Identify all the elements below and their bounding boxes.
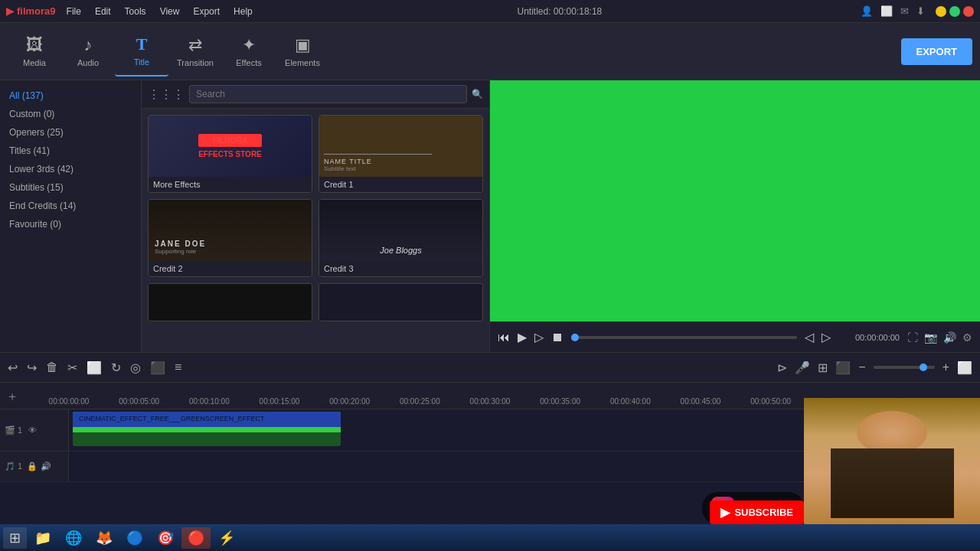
video-track-controls: 🎬 1 👁 (0, 409, 69, 451)
export-button[interactable]: EXPORT (901, 38, 972, 65)
subscribe-button[interactable]: ▶ SUBSCRIBE (710, 500, 804, 524)
zoom-dot (920, 364, 927, 371)
webcam-overlay (804, 398, 980, 524)
taskbar-ie[interactable]: 🌐 (59, 527, 88, 549)
taskbar-app2[interactable]: ⚡ (212, 527, 241, 549)
zoom-in-button[interactable]: + (942, 360, 949, 374)
zoom-slider[interactable] (874, 366, 935, 369)
left-panel-item[interactable]: Lower 3rds (42) (0, 160, 141, 178)
taskbar-firefox[interactable]: 🦊 (90, 527, 119, 549)
menu-item-tools[interactable]: Tools (119, 5, 152, 18)
taskbar-file-manager[interactable]: 📁 (28, 527, 57, 549)
media-tool[interactable]: 🖼 Media (8, 27, 61, 77)
elements-tool[interactable]: ▣ Elements (276, 27, 329, 77)
left-panel-item[interactable]: Subtitles (15) (0, 178, 141, 197)
step-back-button[interactable]: ⏮ (498, 331, 510, 344)
time-marker: 00:00:50:00 (750, 397, 791, 406)
eye-icon[interactable]: 👁 (28, 425, 37, 435)
left-panel-item[interactable]: Custom (0) (0, 105, 141, 123)
preview-extra-controls: ⛶ 📷 🔊 ⚙ (907, 331, 972, 344)
left-panel-item[interactable]: Titles (41) (0, 142, 141, 160)
time-marker: 00:00:15:00 (260, 397, 300, 406)
capture-button[interactable]: ⬛ (150, 360, 165, 375)
credit1-thumbnail[interactable]: NAME TITLE Subtitle text Credit 1 (318, 115, 483, 193)
credit3-thumbnail[interactable]: Joe Bloggs Credit 3 (318, 199, 483, 277)
grid-view-icon[interactable]: ⋮⋮⋮ (148, 87, 185, 102)
zoom-out-button[interactable]: − (858, 360, 865, 374)
search-icon[interactable]: 🔍 (472, 89, 483, 99)
title-bar: ▶ filmora9 FileEditToolsViewExportHelp U… (0, 0, 980, 23)
mark-in-button[interactable]: ⊳ (777, 360, 787, 375)
prev-frame-button[interactable]: ◁ (805, 330, 814, 344)
start-button[interactable]: ⊞ (3, 527, 27, 549)
minimize-button[interactable]: − (936, 6, 946, 17)
clip-label: CINEMATIC_EFFECT_FREE___GREENSCREEN_EFFE… (79, 415, 264, 422)
search-input[interactable] (189, 85, 467, 103)
pip-button[interactable]: ⬛ (835, 360, 851, 375)
redo-button[interactable]: ↪ (27, 360, 37, 375)
next-frame-button[interactable]: ▷ (822, 330, 831, 344)
webcam-video (804, 398, 980, 524)
progress-dot[interactable] (571, 334, 579, 341)
audio-volume-icon[interactable]: 🔊 (41, 461, 51, 471)
settings-icon[interactable]: ⚙ (962, 331, 972, 344)
snap-button[interactable]: ⊞ (818, 360, 828, 375)
left-panel-item[interactable]: End Credits (14) (0, 197, 141, 215)
delete-button[interactable]: 🗑 (46, 360, 58, 374)
credit4-thumbnail[interactable] (148, 283, 312, 321)
window-controls[interactable]: 👤 ⬜ ✉ ⬇ − □ ✕ (861, 5, 974, 17)
volume-icon[interactable]: 🔊 (943, 331, 956, 344)
play-alt-button[interactable]: ▷ (534, 330, 544, 344)
edit-right-controls: ⊳ 🎤 ⊞ ⬛ − + ⬜ (777, 360, 972, 375)
lock-icon[interactable]: 🔒 (27, 461, 38, 471)
credit2-label: Credit 2 (149, 261, 312, 276)
play-button[interactable]: ▶ (518, 330, 527, 344)
menu-item-help[interactable]: Help (227, 5, 259, 18)
menu-item-file[interactable]: File (60, 5, 87, 18)
left-panel-item[interactable]: All (137) (0, 86, 141, 105)
more-effects-thumbnail[interactable]: FILMORA EFFECTS STORE More Effects (148, 115, 312, 193)
search-bar: ⋮⋮⋮ 🔍 (142, 80, 489, 109)
fit-button[interactable]: ⬜ (957, 360, 972, 375)
progress-bar[interactable] (571, 336, 797, 339)
crop-button[interactable]: ⬜ (87, 360, 102, 375)
audio-tool[interactable]: ♪ Audio (61, 27, 115, 77)
cut-button[interactable]: ✂ (67, 360, 77, 375)
elements-icon: ▣ (295, 35, 311, 55)
titlebar-left: ▶ filmora9 FileEditToolsViewExportHelp (6, 5, 259, 18)
undo-button[interactable]: ↩ (8, 360, 18, 375)
left-panel-item[interactable]: Openers (25) (0, 123, 141, 142)
fullscreen-icon[interactable]: ⛶ (907, 331, 918, 344)
credit1-preview: NAME TITLE Subtitle text (319, 116, 482, 177)
preview-panel: ⏮ ▶ ▷ ⏹ ◁ ▷ 00:00:00:00 ⛶ 📷 🔊 ⚙ (490, 80, 980, 352)
credit1-label: Credit 1 (319, 177, 482, 192)
close-button[interactable]: ✕ (963, 6, 974, 17)
stop-button[interactable]: ⏹ (551, 331, 564, 344)
taskbar-target[interactable]: 🎯 (151, 527, 180, 549)
credit2-thumbnail[interactable]: JANE DOE Supporting role Credit 2 (148, 199, 312, 277)
media-icon: 🖼 (26, 35, 43, 55)
taskbar-app1[interactable]: 🔴 (181, 527, 211, 549)
menu-item-edit[interactable]: Edit (89, 5, 117, 18)
audio-track-label: 🎵 1 (5, 461, 22, 471)
credit5-thumbnail[interactable] (318, 283, 483, 321)
title-tool[interactable]: T Title (115, 27, 168, 77)
menu-item-view[interactable]: View (154, 5, 186, 18)
menu-bar: FileEditToolsViewExportHelp (60, 5, 259, 18)
video-clip[interactable]: CINEMATIC_EFFECT_FREE___GREENSCREEN_EFFE… (73, 412, 341, 446)
effects-tool[interactable]: ✦ Effects (222, 27, 276, 77)
left-panel-item[interactable]: Favourite (0) (0, 215, 141, 233)
maximize-button[interactable]: □ (949, 6, 960, 17)
stabilize-button[interactable]: ◎ (130, 360, 141, 375)
menu-item-export[interactable]: Export (187, 5, 226, 18)
add-track-button[interactable]: ＋ (6, 389, 18, 405)
screenshot-icon[interactable]: 📷 (924, 331, 937, 344)
settings2-button[interactable]: ≡ (175, 360, 181, 374)
rotate-button[interactable]: ↻ (111, 360, 121, 375)
transition-tool[interactable]: ⇄ Transition (168, 27, 222, 77)
mic-button[interactable]: 🎤 (795, 360, 810, 375)
credit3-label: Credit 3 (319, 261, 482, 276)
time-marker: 00:00:35:00 (540, 397, 580, 406)
taskbar-chrome[interactable]: 🔵 (120, 527, 149, 549)
category-list: All (137)Custom (0)Openers (25)Titles (4… (0, 86, 141, 233)
